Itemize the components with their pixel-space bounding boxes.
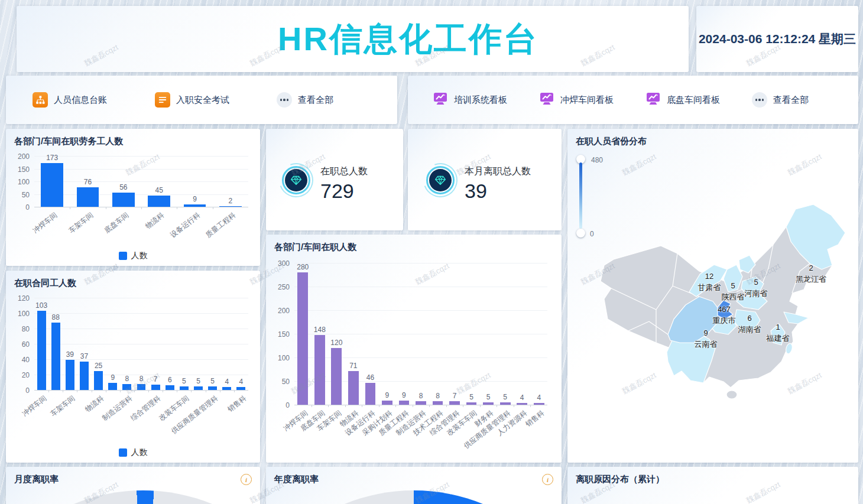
bar[interactable] — [108, 383, 117, 390]
bar[interactable] — [416, 401, 426, 405]
plot-area[interactable]: 103883937259887655544 — [34, 298, 248, 391]
bar[interactable] — [222, 387, 231, 390]
x-axis-tick — [362, 405, 362, 407]
bar[interactable] — [166, 385, 174, 390]
card-monthly-attrition: 月度离职率 i — [6, 467, 260, 504]
gridline — [34, 181, 248, 182]
legend-swatch — [119, 252, 127, 260]
x-axis-tick — [345, 405, 346, 407]
tool-onboarding-safety-exam[interactable]: 入职安全考试 — [155, 92, 229, 108]
bar[interactable] — [483, 402, 494, 405]
gridline — [294, 334, 547, 334]
gridline — [294, 287, 547, 287]
dashboard-monitor-icon — [539, 91, 554, 109]
x-axis-tick — [191, 390, 192, 392]
bar[interactable] — [534, 403, 544, 405]
bar-value-label: 4 — [227, 378, 255, 386]
tool-label: 查看全部 — [298, 95, 333, 106]
x-axis-tick — [312, 405, 312, 407]
bar[interactable] — [137, 384, 146, 390]
bar-value-label: 45 — [145, 186, 173, 194]
bar[interactable] — [449, 401, 460, 405]
plot-area[interactable]: 17376564592 — [34, 156, 248, 207]
bar[interactable] — [194, 386, 203, 391]
card-title: 离职原因分布（累计） — [576, 474, 664, 485]
gridline — [34, 156, 248, 157]
bar[interactable] — [382, 401, 392, 405]
kpi-value: 729 — [320, 180, 354, 203]
bar-value-label: 2 — [216, 197, 245, 205]
tool-training-dashboard[interactable]: 培训系统看板 — [433, 91, 507, 109]
labor-workers-bar-chart[interactable]: 17376564592050100150200冲焊车间车架车间底盘车间物流科设备… — [13, 156, 254, 245]
card-headcount-by-dept: 各部门/车间在职人数 28014812071469988755544050100… — [266, 235, 562, 463]
monthly-attrition-pie[interactable] — [6, 490, 260, 504]
x-axis-label: 底盘车间 — [102, 210, 131, 236]
y-axis-tick: 300 — [273, 259, 290, 268]
gridline — [34, 329, 248, 329]
x-axis-label: 质量工程科 — [204, 210, 238, 240]
bar[interactable] — [41, 163, 63, 207]
legend-swatch — [119, 448, 127, 457]
x-axis-label: 销售科 — [523, 408, 546, 430]
x-axis-label: 物流科 — [144, 210, 167, 232]
bar-value-label: 25 — [85, 362, 113, 370]
y-axis-tick: 150 — [13, 165, 30, 174]
bar[interactable] — [466, 402, 477, 405]
x-axis-label: 制造运营科 — [100, 394, 135, 423]
legend-renshu[interactable]: 人数 — [6, 251, 260, 261]
bar[interactable] — [184, 204, 206, 207]
gridline — [34, 298, 248, 298]
bar[interactable] — [66, 360, 74, 390]
bar[interactable] — [297, 272, 308, 405]
bar-value-label: 9 — [181, 195, 209, 203]
yearly-attrition-pie[interactable] — [266, 490, 562, 504]
x-axis-tick — [379, 405, 379, 407]
x-axis-label: 设备运行科 — [168, 210, 202, 240]
info-icon[interactable]: i — [241, 474, 252, 485]
bar[interactable] — [208, 386, 217, 391]
bar[interactable] — [37, 311, 46, 390]
tool-view-all-right[interactable]: 查看全部 — [752, 92, 809, 108]
bar[interactable] — [112, 193, 134, 207]
legend-renshu[interactable]: 人数 — [6, 447, 260, 458]
tool-view-all-left[interactable]: 查看全部 — [277, 92, 333, 108]
contract-workers-bar-chart[interactable]: 103883937259887655544020406080100120冲焊车间… — [13, 298, 254, 434]
bar[interactable] — [433, 401, 443, 405]
kpi-value: 39 — [465, 180, 487, 203]
personnel-ledger-icon — [33, 92, 48, 108]
bar[interactable] — [148, 196, 170, 207]
plot-area[interactable]: 28014812071469988755544 — [294, 263, 547, 405]
bar[interactable] — [500, 402, 511, 405]
x-axis-tick — [106, 207, 106, 209]
bar[interactable] — [122, 384, 131, 390]
x-axis-tick — [141, 207, 142, 209]
x-axis-tick — [77, 390, 77, 392]
x-axis-label: 车架车间 — [49, 394, 77, 419]
x-axis-tick — [480, 405, 481, 407]
info-icon[interactable]: i — [542, 474, 553, 485]
bar[interactable] — [399, 401, 410, 405]
bar[interactable] — [151, 385, 160, 390]
card-departure-reasons: 离职原因分布（累计） — [567, 467, 858, 504]
bar[interactable] — [331, 348, 342, 405]
bar[interactable] — [180, 386, 189, 391]
bar-value-label: 103 — [27, 301, 56, 310]
y-axis-tick: 120 — [13, 294, 30, 303]
more-icon — [277, 92, 292, 108]
bar[interactable] — [517, 403, 527, 405]
tool-personnel-ledger[interactable]: 人员信息台账 — [33, 92, 107, 108]
x-axis-label: 综合管理科 — [129, 394, 163, 423]
china-map[interactable]: 467重庆市12甘肃省9云南省6湖南省5陕西省5河南省2黑龙江省1福建省 — [578, 144, 851, 457]
legend-label: 人数 — [131, 447, 148, 458]
tool-chassis-workshop-dashboard[interactable]: 底盘车间看板 — [645, 91, 720, 109]
headcount-bar-chart[interactable]: 2801481207146998875554405010015020025030… — [273, 263, 553, 458]
dashboard-monitor-icon — [433, 91, 448, 109]
bar[interactable] — [219, 206, 241, 207]
bar[interactable] — [77, 187, 99, 207]
bar[interactable] — [236, 387, 245, 390]
x-axis-tick — [134, 390, 135, 392]
tool-welding-workshop-dashboard[interactable]: 冲焊车间看板 — [539, 91, 614, 109]
x-axis-tick — [63, 390, 63, 392]
hr-dashboard: 魏鑫磊cqzt魏鑫磊cqzt魏鑫磊cqzt魏鑫磊cqzt魏鑫磊cqzt魏鑫磊cq… — [0, 0, 863, 504]
card-yearly-attrition: 年度离职率 i — [266, 467, 562, 504]
